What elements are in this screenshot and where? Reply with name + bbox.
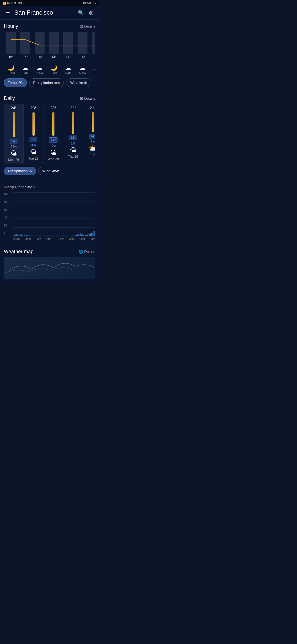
hourly-columns: 16° 🌙 12 AM 16° ☁ 1 AM 14° ☁ 2 AM (4, 32, 95, 75)
location-button[interactable]: ◎ (87, 9, 95, 17)
precip-chart-wrapper: 100 80 60 40 20 0 12 AM 3am 6am (4, 192, 95, 241)
precip-bar-9 (25, 236, 26, 236)
city-title: San Francisco (14, 9, 74, 16)
status-right: 81% 09:17 (83, 2, 96, 5)
status-left: 📶 46 ↑↓ 93 B/s (3, 2, 22, 5)
precip-bar-18 (36, 236, 37, 236)
map-details-link[interactable]: 🌐 Details (79, 250, 95, 254)
precip-bar-42 (67, 236, 68, 236)
precip-bar-48 (75, 235, 76, 236)
hour-label-4: 4 AM (65, 72, 72, 75)
y-label-20: 20 (4, 224, 9, 227)
day-name-wed28: Wed 28 (48, 157, 59, 161)
precip-bar-43 (68, 236, 69, 236)
hour-temp-4: 14° (66, 55, 71, 59)
search-icon: 🔍 (78, 10, 84, 16)
precip-bar-38 (62, 236, 63, 236)
precip-bar-27 (48, 236, 49, 236)
daily-scroll[interactable]: 24° 14° 24% 🌤 Mon 26 23° 14° 26% 🌤 Tue 2… (4, 104, 95, 165)
precip-bar-46 (72, 236, 73, 236)
precip-bar-13 (30, 236, 31, 236)
precip-bar-44 (70, 236, 71, 236)
precip-bar-29 (50, 236, 51, 236)
hour-label-3: 3 AM (51, 72, 57, 75)
precip-bar-12 (29, 236, 30, 236)
hourly-header: Hourly ▦ Details (4, 23, 95, 29)
hour-temp-1: 16° (23, 55, 28, 59)
day-icon-wed28: 🌤 (50, 149, 57, 156)
daily-details-link[interactable]: ⊞ Details (80, 96, 95, 100)
y-label-80: 80 (4, 200, 9, 203)
hourly-tabs: Temp. °C Precipitation mm Wind km/h (4, 76, 95, 88)
day-precip-fri30: 1% (91, 140, 95, 144)
precip-bar-19 (38, 236, 39, 236)
day-low-thu29: 14° (69, 135, 77, 140)
day-name-tue27: Tue 27 (28, 157, 38, 160)
hour-temp-5: 14° (80, 55, 85, 59)
precip-bar-25 (45, 236, 46, 236)
day-col-thu29: 22° 14° 1% 🌤 Thu 29 (63, 104, 83, 163)
precip-bar-15 (32, 236, 34, 236)
hourly-details-link[interactable]: ▦ Details (80, 24, 95, 28)
hourly-scroll[interactable]: 16° 🌙 12 AM 16° ☁ 1 AM 14° ☁ 2 AM (4, 32, 95, 76)
x-label-12am: 12 AM (13, 238, 20, 241)
hour-label-6: 6 AM (94, 72, 95, 75)
precip-bar-1 (15, 234, 16, 236)
precip-bar-20 (39, 236, 40, 236)
search-button[interactable]: 🔍 (77, 9, 85, 17)
day-precip-mon26: 24% (10, 145, 16, 149)
precip-bar-60 (90, 233, 91, 236)
precip-bar-0 (13, 235, 15, 236)
weather-map-section: Weather map 🌐 Details (0, 245, 99, 283)
hour-temp-3: 14° (51, 55, 56, 59)
daily-columns: 24° 14° 24% 🌤 Mon 26 23° 14° 26% 🌤 Tue 2… (4, 104, 95, 163)
hour-col-6: 14° ☁ 6 AM (90, 32, 95, 75)
tab-precip-mm[interactable]: Precipitation mm (29, 78, 64, 87)
precip-bar-32 (54, 236, 55, 236)
precip-section: Precip Probability % 100 80 60 40 20 0 (0, 180, 99, 244)
chart-area (13, 192, 95, 236)
precip-bar-40 (64, 236, 65, 236)
hour-temp-2: 14° (37, 55, 42, 59)
day-icon-tue27: 🌤 (30, 148, 37, 156)
hour-label-1: 1 AM (22, 72, 29, 75)
hourly-title: Hourly (4, 23, 18, 29)
menu-button[interactable]: ☰ (4, 9, 12, 17)
hour-icon-1: ☁ (23, 64, 28, 71)
tab-wind-kmh[interactable]: Wind km/h (66, 78, 91, 87)
day-icon-thu29: 🌤 (70, 146, 76, 154)
x-label-6pm: 6pm (79, 238, 85, 241)
precip-bar-14 (31, 236, 32, 236)
grid-icon: ⊞ (80, 96, 83, 100)
day-col-tue27: 23° 14° 26% 🌤 Tue 27 (24, 104, 43, 163)
hour-col-5: 14° ☁ 5 AM (75, 32, 90, 75)
day-precip-wed28: 12% (50, 144, 56, 148)
precip-bar-35 (58, 236, 59, 236)
precip-chart-title: Precip Probability % (4, 184, 95, 190)
hour-icon-3: 🌙 (51, 64, 57, 71)
precip-bar-55 (83, 235, 84, 236)
hour-temp-0: 16° (9, 55, 13, 59)
day-name-thu29: Thu 29 (68, 155, 78, 159)
y-label-0: 0 (4, 232, 9, 235)
hour-icon-0: 🌙 (8, 64, 15, 71)
precip-bar-8 (24, 235, 25, 236)
hour-col-2: 14° ☁ 2 AM (32, 32, 47, 75)
precip-bar-58 (87, 234, 88, 236)
hour-col-4: 14° ☁ 4 AM (61, 32, 75, 75)
y-label-100: 100 (4, 192, 9, 195)
precip-bar-49 (76, 235, 77, 236)
tab-wind-daily[interactable]: Wind km/h (38, 167, 63, 175)
location-icon: ◎ (89, 10, 94, 16)
precip-bar-62 (92, 233, 94, 236)
daily-title: Daily (4, 95, 15, 101)
map-preview (4, 257, 95, 279)
precip-bar-7 (22, 235, 23, 236)
tab-temp[interactable]: Temp. °C (4, 78, 27, 87)
x-label-3am: 3am (25, 238, 31, 241)
precip-bar-61 (91, 233, 92, 236)
tab-precip-pct[interactable]: Precipitation % (4, 167, 36, 175)
day-low-tue27: 14° (29, 137, 37, 142)
map-header: Weather map 🌐 Details (4, 249, 95, 255)
precip-bar-2 (16, 234, 17, 236)
